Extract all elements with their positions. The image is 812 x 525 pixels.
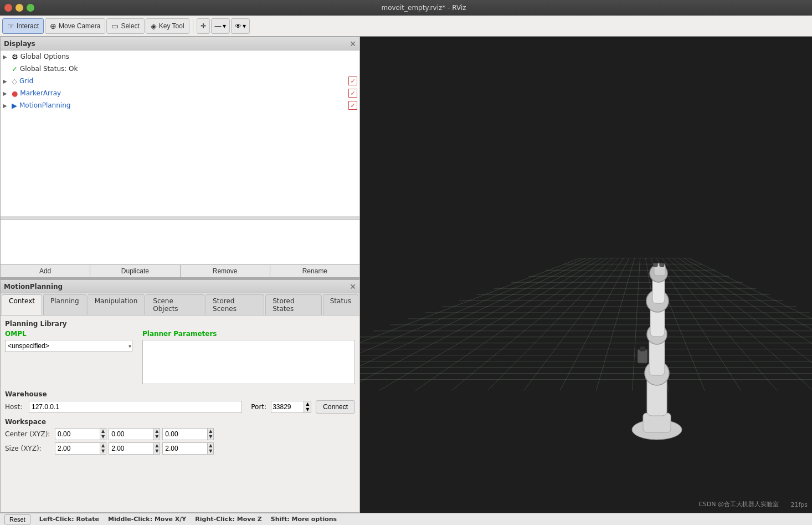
viewport[interactable]: CSDN @合工大机器人实验室 21fps <box>360 37 812 513</box>
eye-tool-button[interactable]: 👁 ▾ <box>231 18 250 34</box>
planner-select[interactable]: <unspecified> <box>5 340 132 352</box>
center-z-down[interactable]: ▼ <box>208 434 213 440</box>
center-y-up[interactable]: ▲ <box>154 429 160 434</box>
duplicate-button[interactable]: Duplicate <box>90 265 180 277</box>
center-y-down[interactable]: ▼ <box>154 434 160 440</box>
reset-button[interactable]: Reset <box>4 514 30 524</box>
tab-manipulation[interactable]: Manipulation <box>88 294 145 315</box>
workspace-title: Workspace <box>5 418 355 426</box>
close-button[interactable] <box>4 4 12 12</box>
tab-stored-states[interactable]: Stored States <box>265 294 322 315</box>
planning-library-title: Planning Library <box>5 320 355 328</box>
size-y-wrapper: ▲ ▼ <box>109 442 160 455</box>
size-x-up[interactable]: ▲ <box>100 443 106 448</box>
ompl-title: OMPL <box>5 330 138 338</box>
expand-icon[interactable]: ▶ <box>3 54 12 60</box>
grid-canvas <box>360 37 812 513</box>
host-input[interactable] <box>29 401 242 413</box>
displays-close-button[interactable]: ✕ <box>350 39 356 48</box>
interact-button[interactable]: ☞ Interact <box>2 18 44 34</box>
center-z-input[interactable] <box>163 429 207 440</box>
expand-icon[interactable]: ▶ <box>3 78 12 84</box>
size-x-input[interactable] <box>55 443 100 454</box>
robot-container <box>613 263 701 430</box>
displays-panel: Displays ✕ ▶ ⚙ Global Options ✓ Global S… <box>0 37 360 278</box>
planner-params-textarea[interactable] <box>142 340 355 384</box>
minimize-button[interactable] <box>16 4 23 12</box>
center-y-input[interactable] <box>109 429 153 440</box>
planner-left: OMPL <unspecified> ▾ <box>5 330 138 386</box>
center-xyz-label: Center (XYZ): <box>5 430 55 438</box>
size-z-input[interactable] <box>163 443 207 454</box>
svg-rect-14 <box>640 346 645 351</box>
add-button[interactable]: Add <box>1 265 90 277</box>
motion-planning-close-button[interactable]: ✕ <box>350 282 356 291</box>
motion-checkbox[interactable] <box>348 101 357 110</box>
size-y-down[interactable]: ▼ <box>154 448 160 454</box>
key-icon: ◈ <box>151 22 157 30</box>
port-down-arrow[interactable]: ▼ <box>304 407 311 412</box>
tree-item-grid[interactable]: ▶ ◇ Grid <box>1 75 359 87</box>
tab-scene-objects[interactable]: Scene Objects <box>146 294 204 315</box>
plus-tool-button[interactable]: ✛ <box>197 18 210 34</box>
svg-rect-13 <box>638 349 647 363</box>
warehouse-title: Warehouse <box>5 390 355 398</box>
plus-icon: ✛ <box>201 22 206 30</box>
remove-button[interactable]: Remove <box>181 265 270 277</box>
size-y-input[interactable] <box>109 443 153 454</box>
displays-buttons: Add Duplicate Remove Rename <box>1 264 359 277</box>
key-tool-button[interactable]: ◈ Key Tool <box>146 18 189 34</box>
grid-checkbox[interactable] <box>348 77 357 85</box>
expand-icon[interactable]: ▶ <box>3 90 12 96</box>
port-input[interactable] <box>271 401 304 413</box>
dash-icon: — <box>215 22 222 30</box>
move-camera-label: Move Camera <box>59 22 100 30</box>
size-z-down[interactable]: ▼ <box>208 448 213 454</box>
toolbar: ☞ Interact ⊕ Move Camera ▭ Select ◈ Key … <box>0 16 812 37</box>
tab-planning[interactable]: Planning <box>43 294 86 315</box>
eye-icon: 👁 <box>235 22 241 30</box>
center-z-wrapper: ▲ ▼ <box>162 428 214 440</box>
center-x-up[interactable]: ▲ <box>100 429 106 434</box>
center-x-down[interactable]: ▼ <box>100 434 106 440</box>
center-x-input[interactable] <box>55 429 100 440</box>
center-z-up[interactable]: ▲ <box>208 429 213 434</box>
tab-context[interactable]: Context <box>2 294 42 315</box>
center-z-spinner: ▲ ▼ <box>207 429 213 440</box>
tree-item-global-options[interactable]: ▶ ⚙ Global Options <box>1 50 359 63</box>
move-camera-button[interactable]: ⊕ Move Camera <box>45 18 105 34</box>
size-x-down[interactable]: ▼ <box>100 448 106 454</box>
size-z-wrapper: ▲ ▼ <box>162 442 214 455</box>
expand-icon[interactable]: ▶ <box>3 103 12 109</box>
select-button[interactable]: ▭ Select <box>106 18 144 34</box>
port-label: Port: <box>251 403 266 411</box>
planner-params-title: Planner Parameters <box>142 330 355 338</box>
tree-label: MotionPlanning <box>19 101 348 109</box>
rename-button[interactable]: Rename <box>270 265 359 277</box>
motion-planning-title: MotionPlanning <box>4 283 63 290</box>
center-y-wrapper: ▲ ▼ <box>109 428 160 440</box>
tabs-bar: Context Planning Manipulation Scene Obje… <box>1 293 359 315</box>
tab-stored-scenes[interactable]: Stored Scenes <box>205 294 264 315</box>
maximize-button[interactable] <box>27 4 34 12</box>
tree-item-motion-planning[interactable]: ▶ ▶ MotionPlanning <box>1 99 359 111</box>
port-up-arrow[interactable]: ▲ <box>304 401 311 407</box>
size-z-spinner: ▲ ▼ <box>207 443 213 454</box>
size-z-up[interactable]: ▲ <box>208 443 213 448</box>
displays-tree: ▶ ⚙ Global Options ✓ Global Status: Ok ▶… <box>1 50 359 217</box>
size-y-up[interactable]: ▲ <box>154 443 160 448</box>
size-xyz-inputs: ▲ ▼ ▲ ▼ <box>55 442 214 455</box>
fps-counter: 21fps <box>790 501 808 508</box>
connect-button[interactable]: Connect <box>316 400 355 414</box>
tree-item-marker-array[interactable]: ▶ ● MarkerArray <box>1 87 359 99</box>
center-xyz-row: Center (XYZ): ▲ ▼ <box>5 428 355 440</box>
tree-item-global-status[interactable]: ✓ Global Status: Ok <box>1 63 359 75</box>
toolbar-separator-1 <box>193 19 193 33</box>
displays-title: Displays <box>4 40 35 48</box>
motion-icon: ▶ <box>12 101 17 110</box>
port-input-group: ▲ ▼ <box>271 401 311 413</box>
marker-checkbox[interactable] <box>348 89 357 98</box>
dash-tool-button[interactable]: — ▾ <box>211 18 230 34</box>
tab-status[interactable]: Status <box>323 294 358 315</box>
window-title: moveit_empty.rviz* - RViz <box>40 4 808 12</box>
